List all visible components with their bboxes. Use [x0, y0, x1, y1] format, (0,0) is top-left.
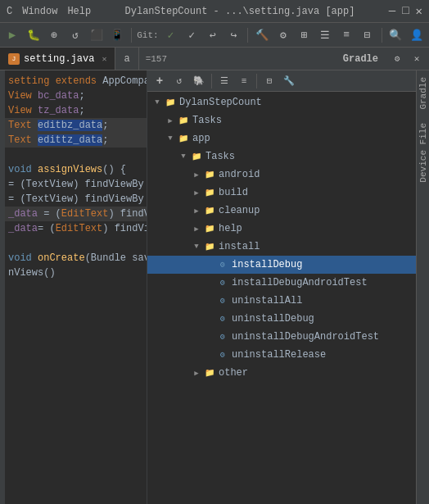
menu-c[interactable]: C — [7, 6, 12, 17]
more-button-2[interactable]: ⊞ — [296, 26, 314, 44]
more-button-1[interactable]: ⚙ — [274, 26, 292, 44]
editor-code: setting extends AppCompatA View bc_data;… — [0, 70, 147, 284]
tree-item-help[interactable]: ▶ 📁 help — [147, 220, 416, 238]
gradle-toolbar-sep-2 — [256, 74, 257, 89]
folder-icon-tasks-app: 📁 — [190, 151, 203, 162]
tree-label-uninstalldebug: uninstallDebug — [232, 313, 314, 325]
attach-button[interactable]: ⊕ — [45, 26, 63, 44]
window-controls[interactable]: — □ ✕ — [389, 4, 422, 18]
editor-left-stripe — [0, 70, 5, 504]
sdk-button[interactable]: ⬛ — [88, 26, 106, 44]
tree-label-dylanstepcount: DylanStepCount — [179, 97, 262, 108]
gradle-toolbar: + ↺ 🐘 ☰ ≡ ⊟ 🔧 — [147, 70, 416, 92]
tab-a[interactable]: a — [115, 48, 138, 70]
code-line-6 — [0, 148, 147, 162]
menu-help[interactable]: Help — [67, 6, 91, 17]
tree-arrow-android: ▶ — [190, 170, 203, 179]
tree-arrow-install: ▼ — [190, 243, 203, 251]
code-line-5: Text edittz_data; — [0, 133, 147, 148]
tree-item-install[interactable]: ▼ 📁 install — [147, 238, 416, 256]
more-button-3[interactable]: ☰ — [317, 26, 335, 44]
menu-window[interactable]: Window — [22, 6, 57, 17]
tree-label-android: android — [219, 169, 260, 180]
folder-icon-other: 📁 — [203, 367, 216, 379]
minimize-button[interactable]: — — [389, 4, 395, 18]
tree-item-cleanup[interactable]: ▶ 📁 cleanup — [147, 202, 416, 220]
gradle-settings-icon[interactable]: ⚙ — [388, 50, 406, 68]
menu-bar[interactable]: C Window Help — [7, 6, 91, 17]
tree-label-tasks-root: Tasks — [192, 115, 222, 126]
tree-item-android[interactable]: ▶ 📁 android — [147, 166, 416, 184]
tree-label-build: build — [219, 187, 248, 198]
gradle-add-button[interactable]: + — [151, 72, 169, 90]
gear-icon-installdebugandroidtest: ⚙ — [216, 277, 229, 288]
close-button[interactable]: ✕ — [416, 4, 422, 18]
git-update-button[interactable]: ✓ — [162, 26, 180, 44]
git-push-button[interactable]: ↩ — [204, 26, 222, 44]
git-commit-button[interactable]: ✓ — [183, 26, 201, 44]
code-line-8: = (TextView) findViewBy — [0, 177, 147, 192]
profile-button[interactable]: 👤 — [408, 26, 426, 44]
tree-item-build[interactable]: ▶ 📁 build — [147, 184, 416, 202]
code-line-14: nViews() — [0, 266, 147, 280]
gradle-tree[interactable]: ▼ 📁 DylanStepCount ▶ 📁 Tasks ▼ 📁 app — [147, 92, 416, 504]
tab-setting-java[interactable]: J setting.java ✕ — [0, 48, 115, 70]
tree-item-app[interactable]: ▼ 📁 app — [147, 129, 416, 148]
tab-label-a: a — [124, 53, 129, 65]
java-file-icon: J — [8, 53, 20, 65]
folder-icon-android: 📁 — [203, 169, 216, 180]
gradle-collapse-button[interactable]: ≡ — [235, 72, 253, 90]
tree-label-app: app — [192, 133, 210, 144]
run-button[interactable]: ▶ — [3, 26, 21, 44]
tree-label-uninstallall: uninstallAll — [232, 295, 302, 306]
title-text: DylanStepCount - ...\setting.java [app] — [91, 6, 389, 17]
code-line-11: _data= (EditText) findVie — [0, 221, 147, 236]
avd-button[interactable]: 📱 — [109, 26, 127, 44]
sync-button[interactable]: ↺ — [66, 26, 84, 44]
sidebar-tab-device-file[interactable]: Device File — [417, 116, 430, 189]
tree-arrow-tasks-root: ▶ — [164, 116, 177, 125]
gradle-wrench-button[interactable]: 🔧 — [280, 72, 298, 90]
editor-tab-bar: J setting.java ✕ a =157 Gradle ⚙ ✕ — [0, 48, 429, 70]
main-content-area: setting extends AppCompatA View bc_data;… — [0, 70, 429, 504]
tree-item-installdebug[interactable]: ⚙ installDebug — [147, 256, 416, 274]
tree-item-dylanstepcount[interactable]: ▼ 📁 DylanStepCount — [147, 93, 416, 111]
gradle-refresh-button[interactable]: ↺ — [170, 72, 188, 90]
more-button-5[interactable]: ⊟ — [359, 26, 377, 44]
toolbar-separator-2 — [247, 28, 248, 43]
search-button[interactable]: 🔍 — [387, 26, 405, 44]
gradle-elephant-button[interactable]: 🐘 — [190, 72, 208, 90]
gradle-close-icon[interactable]: ✕ — [408, 50, 426, 68]
tree-item-uninstallall[interactable]: ⚙ uninstallAll — [147, 292, 416, 310]
code-line-4: Text editbz_data; — [0, 118, 147, 133]
gradle-header-actions: ⚙ ✕ — [385, 48, 429, 70]
maximize-button[interactable]: □ — [402, 4, 409, 18]
gradle-tab-header[interactable]: Gradle — [336, 48, 385, 70]
gear-icon-installdebug: ⚙ — [216, 259, 229, 270]
tab-close-setting[interactable]: ✕ — [102, 54, 106, 64]
tree-item-tasks-root[interactable]: ▶ 📁 Tasks — [147, 111, 416, 129]
tree-item-tasks-app[interactable]: ▼ 📁 Tasks — [147, 148, 416, 166]
build-button[interactable]: 🔨 — [253, 26, 271, 44]
tree-item-uninstallrelease[interactable]: ⚙ uninstallRelease — [147, 346, 416, 364]
debug-button[interactable]: 🐛 — [25, 26, 43, 44]
code-line-7: void assignViews() { — [0, 162, 147, 177]
gradle-filter-button[interactable]: ⊟ — [260, 72, 278, 90]
tree-label-other: other — [219, 367, 248, 379]
tree-item-uninstalldebugandroidtest[interactable]: ⚙ uninstallDebugAndroidTest — [147, 328, 416, 346]
gear-icon-uninstalldebugandroidtest: ⚙ — [216, 331, 229, 343]
tree-item-installdebugandroidtest[interactable]: ⚙ installDebugAndroidTest — [147, 274, 416, 292]
code-line-1: setting extends AppCompatA — [0, 74, 147, 89]
git-pull-button[interactable]: ↪ — [225, 26, 243, 44]
code-line-2: View bc_data; — [0, 89, 147, 103]
tree-item-other[interactable]: ▶ 📁 other — [147, 364, 416, 382]
editor-pane: setting extends AppCompatA View bc_data;… — [0, 70, 147, 504]
tree-label-uninstalldebugandroidtest: uninstallDebugAndroidTest — [232, 331, 379, 343]
gradle-toolbar-sep — [211, 74, 212, 89]
tree-item-uninstalldebug[interactable]: ⚙ uninstallDebug — [147, 310, 416, 328]
sidebar-tab-gradle[interactable]: Gradle — [417, 70, 430, 116]
gradle-expand-button[interactable]: ☰ — [215, 72, 233, 90]
tree-arrow-other: ▶ — [190, 369, 203, 378]
more-button-4[interactable]: ≡ — [337, 26, 355, 44]
tree-label-cleanup: cleanup — [219, 205, 260, 216]
